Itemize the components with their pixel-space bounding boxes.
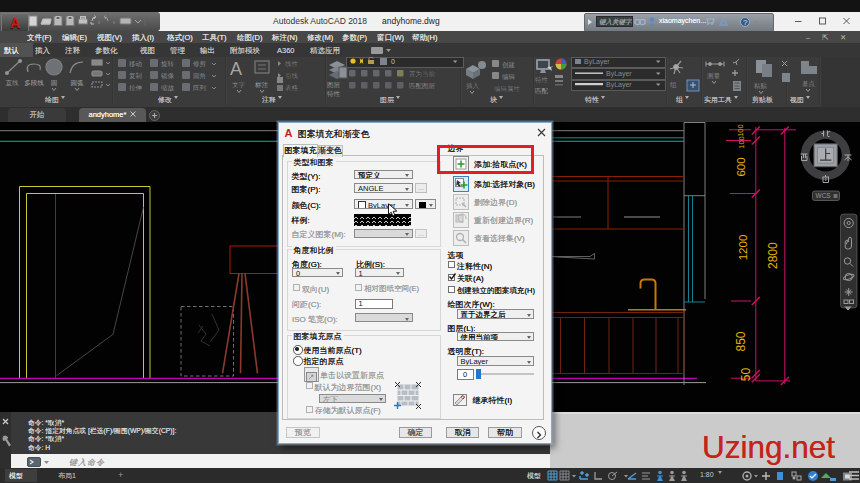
svg-text:移动: 移动 (129, 60, 142, 68)
svg-text:复制: 复制 (129, 72, 142, 80)
svg-text:基点: 基点 (802, 80, 816, 87)
svg-text:?: ? (743, 18, 748, 27)
svg-text:线性: 线性 (285, 60, 299, 67)
svg-text:表格: 表格 (285, 84, 299, 92)
svg-text:直线: 直线 (6, 79, 20, 86)
svg-text:缩放: 缩放 (161, 84, 175, 92)
svg-text:100: 100 (737, 136, 746, 149)
svg-text:圆弧: 圆弧 (71, 79, 85, 86)
svg-text:置为当前: 置为当前 (409, 70, 436, 78)
svg-text:匹配图层: 匹配图层 (409, 82, 436, 90)
svg-text:文字: 文字 (232, 81, 246, 88)
svg-text:圆: 圆 (51, 79, 58, 86)
svg-text:2800: 2800 (766, 242, 780, 269)
svg-text:图层: 图层 (327, 81, 341, 88)
svg-text:编辑: 编辑 (502, 73, 516, 80)
svg-text:阵列: 阵列 (193, 84, 207, 91)
svg-text:组: 组 (670, 81, 677, 88)
svg-text:A: A (230, 59, 242, 79)
svg-text:粘贴: 粘贴 (754, 82, 768, 90)
svg-text:ByLayer: ByLayer (584, 58, 610, 66)
svg-text:标注: 标注 (254, 81, 269, 89)
svg-text:特性: 特性 (535, 76, 549, 84)
svg-text:创建: 创建 (502, 61, 516, 69)
svg-text:1200: 1200 (737, 235, 749, 261)
svg-text:多段线: 多段线 (24, 79, 44, 86)
svg-text:测量: 测量 (707, 72, 721, 80)
svg-text:50: 50 (739, 368, 753, 382)
svg-text:特性: 特性 (327, 90, 341, 98)
svg-text:修剪: 修剪 (193, 60, 207, 68)
svg-text:旋转: 旋转 (161, 60, 175, 68)
svg-text:编辑属性: 编辑属性 (494, 85, 521, 92)
svg-text:600: 600 (735, 157, 747, 176)
svg-text:镜像: 镜像 (160, 72, 175, 80)
svg-text:850: 850 (734, 331, 748, 351)
svg-text:插入: 插入 (466, 82, 480, 90)
svg-text:ByLayer: ByLayer (606, 81, 632, 89)
svg-text:拉伸: 拉伸 (129, 84, 142, 91)
svg-text:WCS: WCS (816, 192, 832, 199)
svg-text:0: 0 (391, 58, 395, 65)
svg-text:匹配: 匹配 (535, 87, 549, 95)
svg-text:圆角: 圆角 (193, 72, 206, 79)
svg-text:引线: 引线 (285, 72, 299, 80)
svg-text:ByLayer: ByLayer (606, 70, 632, 78)
svg-text:100: 100 (736, 124, 745, 137)
